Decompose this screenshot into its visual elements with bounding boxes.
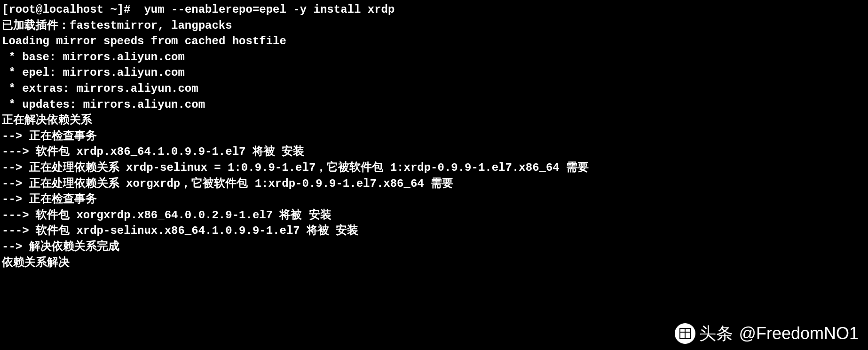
watermark: 头条 @FreedomNO1: [675, 322, 859, 345]
output-line: 已加载插件：fastestmirror, langpacks: [2, 18, 866, 34]
output-line: ---> 软件包 xrdp-selinux.x86_64.1.0.9.9-1.e…: [2, 223, 866, 239]
terminal-output[interactable]: [root@localhost ~]# yum --enablerepo=epe…: [2, 2, 866, 270]
output-line: Loading mirror speeds from cached hostfi…: [2, 33, 866, 49]
command-text: yum --enablerepo=epel -y install xrdp: [137, 3, 395, 16]
output-line: --> 正在检查事务: [2, 191, 866, 207]
toutiao-icon: [675, 323, 695, 344]
watermark-handle: @FreedomNO1: [739, 322, 859, 345]
watermark-brand: 头条: [699, 322, 733, 345]
output-line: * extras: mirrors.aliyun.com: [2, 81, 866, 97]
output-line: --> 解决依赖关系完成: [2, 239, 866, 255]
output-line: --> 正在检查事务: [2, 128, 866, 144]
output-line: --> 正在处理依赖关系 xrdp-selinux = 1:0.9.9-1.el…: [2, 160, 866, 176]
output-line: * epel: mirrors.aliyun.com: [2, 65, 866, 81]
watermark-logo: 头条: [675, 322, 733, 345]
output-line: ---> 软件包 xorgxrdp.x86_64.0.0.2.9-1.el7 将…: [2, 207, 866, 223]
prompt-line: [root@localhost ~]# yum --enablerepo=epe…: [2, 2, 866, 18]
shell-prompt: [root@localhost ~]#: [2, 3, 131, 16]
output-line: 正在解决依赖关系: [2, 112, 866, 128]
output-line: --> 正在处理依赖关系 xorgxrdp，它被软件包 1:xrdp-0.9.9…: [2, 176, 866, 192]
output-line: * base: mirrors.aliyun.com: [2, 49, 866, 65]
output-line: * updates: mirrors.aliyun.com: [2, 97, 866, 113]
output-line: ---> 软件包 xrdp.x86_64.1.0.9.9-1.el7 将被 安装: [2, 144, 866, 160]
output-line: 依赖关系解决: [2, 255, 866, 271]
